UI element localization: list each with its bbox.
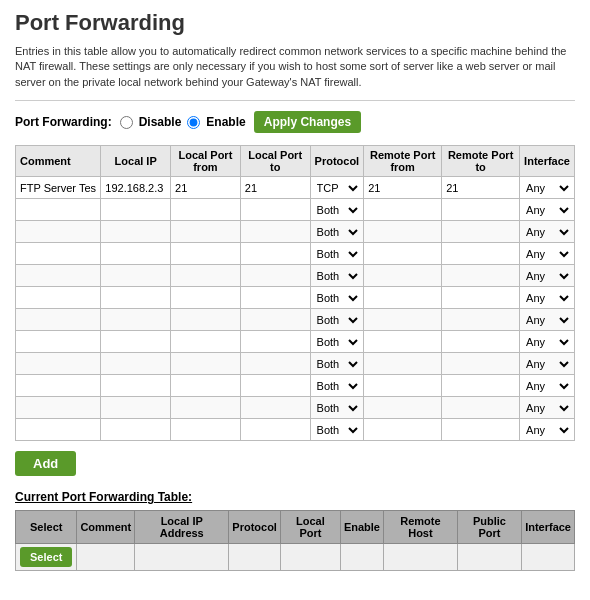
local-port-to-input-e4[interactable] — [243, 291, 308, 305]
remote-port-to-input-e0[interactable] — [444, 203, 517, 217]
local-port-from-input-e6[interactable] — [173, 335, 238, 349]
remote-port-from-input-1[interactable] — [366, 181, 439, 195]
remote-port-from-input-e9[interactable] — [366, 401, 439, 415]
local-port-to-input-e9[interactable] — [243, 401, 308, 415]
interface-select-1[interactable]: Any WAN LAN — [522, 181, 572, 195]
local-ip-input-e5[interactable] — [103, 313, 168, 327]
local-ip-input-1[interactable] — [103, 181, 168, 195]
local-port-to-input-e5[interactable] — [243, 313, 308, 327]
local-port-to-input-e8[interactable] — [243, 379, 308, 393]
remote-port-from-input-e0[interactable] — [366, 203, 439, 217]
interface-select-e6[interactable]: Any WAN LAN — [522, 335, 572, 349]
local-port-to-input-e2[interactable] — [243, 247, 308, 261]
remote-port-to-input-e3[interactable] — [444, 269, 517, 283]
comment-input-1[interactable] — [18, 181, 98, 195]
remote-port-from-input-e5[interactable] — [366, 313, 439, 327]
comment-input-e0[interactable] — [18, 203, 98, 217]
protocol-select-e4[interactable]: Both TCP UDP — [313, 291, 362, 305]
local-port-from-input-e4[interactable] — [173, 291, 238, 305]
local-port-from-input-e0[interactable] — [173, 203, 238, 217]
local-ip-input-e3[interactable] — [103, 269, 168, 283]
local-port-from-input-e5[interactable] — [173, 313, 238, 327]
remote-port-to-input-e4[interactable] — [444, 291, 517, 305]
local-ip-input-e7[interactable] — [103, 357, 168, 371]
protocol-select-e5[interactable]: Both TCP UDP — [313, 313, 362, 327]
comment-input-e9[interactable] — [18, 401, 98, 415]
local-ip-input-e10[interactable] — [103, 423, 168, 437]
local-port-to-input-e10[interactable] — [243, 423, 308, 437]
remote-port-from-input-e6[interactable] — [366, 335, 439, 349]
comment-input-e8[interactable] — [18, 379, 98, 393]
protocol-select-e10[interactable]: Both TCP UDP — [313, 423, 362, 437]
remote-port-from-input-e1[interactable] — [366, 225, 439, 239]
protocol-select-e0[interactable]: Both TCP UDP — [313, 203, 362, 217]
protocol-select-1[interactable]: TCP UDP Both — [313, 181, 362, 195]
protocol-select-e3[interactable]: Both TCP UDP — [313, 269, 362, 283]
select-button[interactable]: Select — [20, 547, 72, 567]
interface-select-e4[interactable]: Any WAN LAN — [522, 291, 572, 305]
remote-port-from-input-e2[interactable] — [366, 247, 439, 261]
remote-port-from-input-e7[interactable] — [366, 357, 439, 371]
comment-input-e2[interactable] — [18, 247, 98, 261]
comment-input-e5[interactable] — [18, 313, 98, 327]
remote-port-to-input-e1[interactable] — [444, 225, 517, 239]
remote-port-to-input-e2[interactable] — [444, 247, 517, 261]
local-port-to-input-e7[interactable] — [243, 357, 308, 371]
interface-select-e2[interactable]: Any WAN LAN — [522, 247, 572, 261]
remote-port-to-input-e8[interactable] — [444, 379, 517, 393]
remote-port-to-input-e10[interactable] — [444, 423, 517, 437]
remote-port-to-input-e9[interactable] — [444, 401, 517, 415]
local-port-to-input-e1[interactable] — [243, 225, 308, 239]
local-port-to-input-e3[interactable] — [243, 269, 308, 283]
interface-select-e10[interactable]: Any WAN LAN — [522, 423, 572, 437]
local-port-from-input-1[interactable] — [173, 181, 238, 195]
local-port-to-input-e6[interactable] — [243, 335, 308, 349]
protocol-select-e2[interactable]: Both TCP UDP — [313, 247, 362, 261]
comment-input-e7[interactable] — [18, 357, 98, 371]
local-port-from-input-e7[interactable] — [173, 357, 238, 371]
interface-select-e8[interactable]: Any WAN LAN — [522, 379, 572, 393]
interface-select-e1[interactable]: Any WAN LAN — [522, 225, 572, 239]
remote-port-from-input-e10[interactable] — [366, 423, 439, 437]
remote-port-to-input-e5[interactable] — [444, 313, 517, 327]
comment-input-e10[interactable] — [18, 423, 98, 437]
add-button[interactable]: Add — [15, 451, 76, 476]
local-port-to-input-e0[interactable] — [243, 203, 308, 217]
remote-port-from-input-e4[interactable] — [366, 291, 439, 305]
local-ip-input-e9[interactable] — [103, 401, 168, 415]
remote-port-from-input-e3[interactable] — [366, 269, 439, 283]
protocol-select-e6[interactable]: Both TCP UDP — [313, 335, 362, 349]
local-port-to-input-1[interactable] — [243, 181, 308, 195]
local-ip-input-e2[interactable] — [103, 247, 168, 261]
disable-radio[interactable] — [120, 116, 133, 129]
protocol-select-e9[interactable]: Both TCP UDP — [313, 401, 362, 415]
interface-select-e7[interactable]: Any WAN LAN — [522, 357, 572, 371]
enable-radio[interactable] — [187, 116, 200, 129]
remote-port-to-input-e6[interactable] — [444, 335, 517, 349]
comment-input-e4[interactable] — [18, 291, 98, 305]
comment-input-e3[interactable] — [18, 269, 98, 283]
protocol-select-e1[interactable]: Both TCP UDP — [313, 225, 362, 239]
local-ip-input-e0[interactable] — [103, 203, 168, 217]
local-port-from-input-e8[interactable] — [173, 379, 238, 393]
remote-port-to-input-e7[interactable] — [444, 357, 517, 371]
protocol-select-e7[interactable]: Both TCP UDP — [313, 357, 362, 371]
comment-input-e1[interactable] — [18, 225, 98, 239]
local-port-from-input-e10[interactable] — [173, 423, 238, 437]
local-port-from-input-e2[interactable] — [173, 247, 238, 261]
local-ip-input-e8[interactable] — [103, 379, 168, 393]
protocol-select-e8[interactable]: Both TCP UDP — [313, 379, 362, 393]
local-ip-input-e1[interactable] — [103, 225, 168, 239]
local-port-from-input-e3[interactable] — [173, 269, 238, 283]
interface-select-e9[interactable]: Any WAN LAN — [522, 401, 572, 415]
interface-select-e0[interactable]: Any WAN LAN — [522, 203, 572, 217]
remote-port-to-input-1[interactable] — [444, 181, 517, 195]
local-ip-input-e6[interactable] — [103, 335, 168, 349]
remote-port-from-input-e8[interactable] — [366, 379, 439, 393]
local-port-from-input-e1[interactable] — [173, 225, 238, 239]
interface-select-e5[interactable]: Any WAN LAN — [522, 313, 572, 327]
interface-select-e3[interactable]: Any WAN LAN — [522, 269, 572, 283]
local-port-from-input-e9[interactable] — [173, 401, 238, 415]
comment-input-e6[interactable] — [18, 335, 98, 349]
apply-changes-button[interactable]: Apply Changes — [254, 111, 361, 133]
